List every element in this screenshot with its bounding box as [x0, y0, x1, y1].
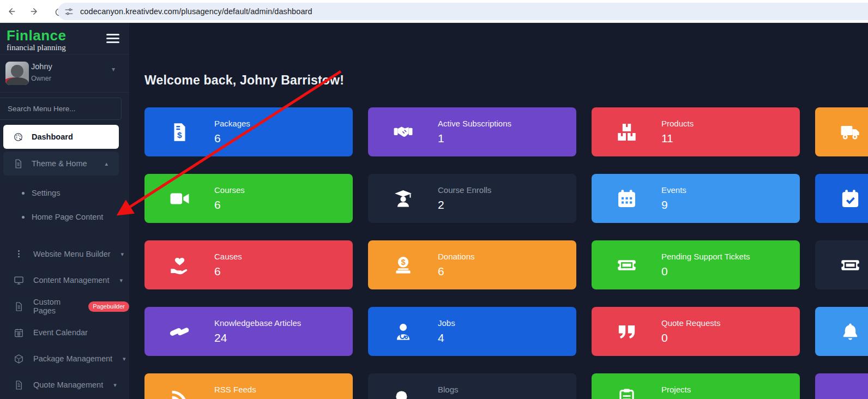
stat-value: 6: [214, 198, 245, 212]
logo-block: Finlance financial planning: [0, 23, 129, 55]
browser-toolbar: codecanyon.kreativdev.com/plusagency/def…: [0, 0, 868, 23]
stat-value: 0: [661, 331, 720, 345]
svg-text:$: $: [401, 258, 405, 267]
stat-label: Packages: [214, 119, 250, 128]
truck-icon: [840, 122, 860, 142]
hamburger-menu-icon[interactable]: [106, 34, 119, 44]
chevron-down-icon[interactable]: ▾: [112, 65, 115, 73]
stat-card-active-subscriptions[interactable]: Active Subscriptions 1: [368, 107, 576, 156]
sidebar-item-theme-home[interactable]: Theme & Home ▴: [3, 152, 119, 176]
brand-tagline: financial planning: [7, 43, 129, 52]
site-settings-icon[interactable]: [64, 7, 74, 16]
bullet-icon: [22, 216, 25, 219]
blob-icon: [393, 388, 413, 399]
stat-card-knowledgebase-articles[interactable]: Knowledgebase Articles 24: [144, 307, 353, 356]
calendar-check-icon: [840, 189, 860, 209]
stat-card-courses[interactable]: Courses 6: [144, 174, 353, 223]
avatar: [5, 62, 29, 85]
stat-card-rss-feeds[interactable]: RSS Feeds: [144, 373, 353, 399]
chevron-up-icon: ▴: [105, 160, 108, 167]
stat-value: 6: [438, 265, 475, 279]
page-title: Welcome back, Johny Barristow!: [144, 73, 344, 88]
donate-icon: $: [393, 255, 413, 275]
palette-icon: [13, 132, 23, 142]
stat-card-jobs[interactable]: Jobs 4: [368, 307, 576, 356]
stat-card-packages[interactable]: $ Packages 6: [144, 107, 353, 156]
stat-card-blogs[interactable]: Blogs: [368, 373, 576, 399]
stat-card[interactable]: [815, 307, 868, 356]
graduate-icon: [393, 189, 413, 209]
stat-card-course-enrolls[interactable]: Course Enrolls 2: [368, 174, 576, 223]
box-icon: [14, 354, 24, 364]
chevron-down-icon: ▾: [119, 277, 123, 284]
user-profile[interactable]: Johny Owner ▾: [0, 55, 129, 93]
stat-label: Causes: [214, 252, 242, 261]
stat-label: RSS Feeds: [214, 385, 256, 394]
chevron-down-icon: ▾: [123, 355, 126, 362]
bell-icon: [840, 322, 860, 342]
submenu: Settings Home Page Content: [0, 181, 129, 229]
stat-card[interactable]: [815, 373, 868, 399]
bullet-icon: [22, 192, 25, 195]
sidebar-item-website-menu-builder[interactable]: Website Menu Builder ▾: [0, 241, 129, 267]
invoice-dollar-icon: $: [170, 122, 190, 142]
menu-lower: Website Menu Builder ▾ Content Managemen…: [0, 241, 129, 398]
forward-icon[interactable]: [27, 4, 43, 19]
boxes-icon: [617, 122, 637, 142]
stat-card-donations[interactable]: $ Donations 6: [368, 240, 576, 289]
sidebar-item-label: Dashboard: [32, 132, 73, 141]
stat-value: 6: [214, 265, 242, 279]
stat-value: 4: [438, 331, 455, 345]
sidebar-item-label: Theme & Home: [32, 159, 87, 168]
sidebar-item-event-calendar[interactable]: Event Calendar: [0, 319, 129, 346]
sidebar-menu: Dashboard Theme & Home ▴ Settings Home P…: [0, 125, 129, 398]
file-invoice-icon: [14, 380, 24, 390]
stat-label: Knowledgebase Articles: [214, 318, 301, 328]
sidebar-item-quote-management[interactable]: Quote Management ▾: [0, 372, 129, 398]
app-window: Finlance financial planning Johny Owner …: [0, 23, 868, 399]
sidebar-item-package-management[interactable]: Package Management ▾: [0, 346, 129, 372]
sidebar-item-dashboard[interactable]: Dashboard: [3, 125, 119, 149]
stat-label: Products: [661, 119, 694, 128]
stat-label: Events: [661, 185, 686, 195]
stat-value: 24: [214, 331, 301, 345]
stat-card[interactable]: [815, 174, 868, 223]
quote-icon: [617, 322, 637, 342]
stat-label: Active Subscriptions: [438, 119, 511, 128]
sidebar-item-content-management[interactable]: Content Management ▾: [0, 267, 129, 293]
submenu-item-settings[interactable]: Settings: [0, 181, 129, 205]
main-content: Welcome back, Johny Barristow! $ Package…: [129, 23, 868, 399]
sidebar-item-custom-pages[interactable]: Custom Pages Pagebuilder: [0, 293, 129, 319]
stat-value: 0: [661, 265, 750, 279]
stat-card-pending-support-tickets[interactable]: Pending Support Tickets 0: [592, 240, 800, 289]
stat-card[interactable]: [815, 240, 868, 289]
stat-card-projects[interactable]: Projects: [592, 373, 800, 399]
stat-card-products[interactable]: Products 11: [592, 107, 800, 156]
stat-label: Projects: [661, 385, 691, 394]
user-role: Owner: [31, 75, 51, 82]
ticket-icon: [617, 255, 637, 275]
stat-value: 1: [438, 132, 511, 146]
search-input[interactable]: [0, 98, 122, 120]
stat-label: Blogs: [438, 385, 459, 394]
clipboard-icon: [617, 388, 637, 399]
submenu-item-home-page-content[interactable]: Home Page Content: [0, 205, 129, 229]
stat-card-causes[interactable]: Causes 6: [144, 240, 353, 289]
handshake-icon: [393, 122, 413, 142]
address-bar[interactable]: codecanyon.kreativdev.com/plusagency/def…: [58, 3, 868, 20]
pagebuilder-badge: Pagebuilder: [88, 301, 129, 312]
stat-card-events[interactable]: Events 9: [592, 174, 800, 223]
stat-card-quote-requests[interactable]: Quote Requests 0: [592, 307, 800, 356]
calendar-grid-icon: [617, 189, 637, 209]
back-icon[interactable]: [3, 4, 19, 19]
stats-grid: $ Packages 6 Active Subscriptions 1 Prod…: [144, 107, 868, 399]
chevron-down-icon: ▾: [121, 251, 124, 258]
stat-label: Course Enrolls: [438, 185, 491, 195]
rss-icon: [170, 388, 190, 399]
monitor-icon: [14, 275, 24, 286]
stat-card[interactable]: [815, 107, 868, 156]
url-text[interactable]: codecanyon.kreativdev.com/plusagency/def…: [80, 7, 312, 16]
svg-text:$: $: [177, 130, 182, 139]
user-name: Johny: [31, 62, 52, 71]
sidebar: Finlance financial planning Johny Owner …: [0, 23, 129, 399]
